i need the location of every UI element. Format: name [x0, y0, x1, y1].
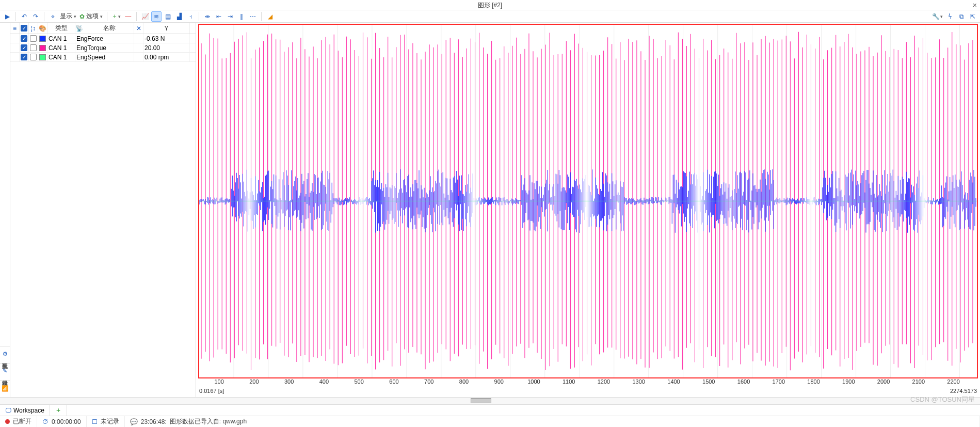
x-tick: 1000 [527, 378, 540, 385]
flash-icon[interactable]: ϟ [945, 11, 955, 22]
row-check2[interactable] [30, 35, 37, 42]
color-swatch[interactable] [39, 54, 46, 60]
chart-area-icon[interactable]: ▟ [174, 11, 184, 22]
separator [261, 12, 262, 21]
x-tick: 1400 [667, 378, 680, 385]
workspace-add[interactable]: ＋ [50, 405, 67, 416]
checkall-icon[interactable]: ✓ [21, 25, 27, 31]
row-check1[interactable]: ✓ [21, 44, 27, 51]
tools-icon[interactable]: 🔧▾ [931, 11, 944, 22]
status-message: 💬 23:06:48: 图形数据已导入自: qww.gph [125, 416, 980, 427]
status-msg-text: 图形数据已导入自: qww.gph [170, 417, 247, 426]
signal-row[interactable]: ✓CAN 1EngTorque20.00 [10, 43, 196, 53]
x-tick: 2000 [877, 378, 890, 385]
more-icon[interactable]: ⋯ [248, 11, 258, 22]
monitor-icon: 🖵 [5, 407, 11, 414]
redo-icon[interactable]: ↷ [30, 11, 41, 22]
window-title: 图形 [#2] [478, 2, 502, 9]
detach-icon[interactable]: ⧉ [956, 11, 967, 22]
x-axis: 1002003004005006007008009001000110012001… [198, 378, 978, 388]
export-icon[interactable]: ⇱ [968, 11, 978, 22]
sidetab-annotation[interactable]: ✎ 实时注释 [0, 363, 10, 380]
workspace-tab[interactable]: 🖵 Workspace [0, 405, 50, 416]
color-swatch[interactable] [39, 36, 46, 42]
row-y: 0.00 rpm [143, 53, 190, 61]
row-type: CAN 1 [47, 34, 75, 43]
cursor-next-icon[interactable]: ⇥ [225, 11, 235, 22]
sidetab-config[interactable]: ⚙ 配置项 [0, 346, 10, 363]
signal-table-header: ≡ ✓ ¦↕ 🎨 类型 📡名称 ✕ Y [10, 23, 196, 34]
display-label: 显示 [60, 12, 73, 21]
color-swatch[interactable] [39, 45, 46, 51]
chart-stacked-icon[interactable]: ≋ [151, 11, 162, 22]
signal-panel: ≡ ✓ ¦↕ 🎨 类型 📡名称 ✕ Y ✓CAN 1EngForce-0.63 … [10, 23, 196, 397]
separator [136, 12, 137, 21]
settings-icon[interactable]: ✕ [136, 25, 141, 32]
x-tick: 1100 [563, 378, 575, 385]
pencil-icon: ✎ [2, 368, 8, 374]
x-tick: 600 [389, 378, 398, 385]
separator [199, 12, 199, 21]
status-msg-time: 23:06:48: [141, 418, 167, 425]
zoom-target-icon[interactable]: ⌖ [47, 11, 58, 22]
watermark: CSDN @TOSUN同星 [910, 395, 975, 404]
x-axis-range: 0.0167 [s] 2274.5173 [198, 388, 978, 397]
x-tick: 1700 [773, 378, 785, 385]
x-tick: 2200 [947, 378, 959, 385]
row-name: EngTorque [75, 43, 134, 52]
x-tick: 500 [354, 378, 363, 385]
sidetab-signal[interactable]: 📶 信号 [0, 380, 10, 397]
h-scrollbar[interactable] [0, 397, 980, 404]
erase-icon[interactable]: ◢ [265, 11, 275, 22]
x-tick: 1300 [632, 378, 645, 385]
gear-icon: ⚙ [2, 351, 8, 357]
align-icon[interactable]: ⫞ [185, 11, 196, 22]
signal-icon: 📶 [2, 385, 8, 391]
play-icon[interactable]: ▶ [2, 11, 12, 22]
tune-icon[interactable]: ¦↕ [31, 25, 36, 32]
undo-icon[interactable]: ↶ [19, 11, 29, 22]
col-y: Y [143, 23, 190, 34]
x-tick: 1500 [702, 378, 715, 385]
cursor-prev-icon[interactable]: ⇤ [214, 11, 224, 22]
options-dropdown[interactable]: ✿ 选项▾ [78, 11, 104, 22]
plot-canvas[interactable] [198, 24, 978, 378]
x-tick: 900 [494, 378, 504, 385]
x-tick: 2100 [912, 378, 925, 385]
row-check2[interactable] [30, 54, 37, 60]
scrollbar-thumb[interactable] [471, 398, 491, 403]
status-bar: 已断开 ⏱ 0:00:00:00 ☐ 未记录 💬 23:06:48: 图形数据已… [0, 416, 980, 427]
titlebar: 图形 [#2] × [0, 0, 980, 10]
x-tick: 100 [214, 378, 223, 385]
chart-line-icon[interactable]: 📈 [140, 11, 150, 22]
status-conn-text: 已断开 [13, 417, 31, 426]
separator [15, 12, 16, 21]
row-check1[interactable]: ✓ [21, 54, 27, 60]
remove-icon[interactable]: — [123, 11, 133, 22]
chart-step-icon[interactable]: ▤ [163, 11, 173, 22]
comment-icon: 💬 [130, 418, 138, 425]
fit-width-icon[interactable]: ⇹ [202, 11, 213, 22]
pause-icon[interactable]: ‖ [236, 11, 247, 22]
x-tick: 800 [459, 378, 469, 385]
row-y: -0.63 N [143, 34, 190, 43]
x-tick: 400 [319, 378, 329, 385]
side-tabs: ⚙ 配置项 ✎ 实时注释 📶 信号 [0, 23, 10, 397]
x-tick: 300 [284, 378, 294, 385]
close-icon[interactable]: × [973, 0, 977, 10]
status-time: 0:00:00:00 [52, 418, 81, 425]
status-record: ☐ 未记录 [87, 416, 125, 427]
row-check2[interactable] [30, 44, 37, 51]
signal-row[interactable]: ✓CAN 1EngSpeed0.00 rpm [10, 53, 196, 62]
clock-icon: ⏱ [42, 418, 49, 425]
row-name: EngSpeed [75, 53, 134, 61]
palette-icon[interactable]: 🎨 [39, 25, 46, 32]
signal-row[interactable]: ✓CAN 1EngForce-0.63 N [10, 34, 196, 43]
status-dot-icon [5, 419, 10, 424]
x-tick: 1900 [842, 378, 855, 385]
status-timer: ⏱ 0:00:00:00 [37, 416, 87, 427]
add-icon[interactable]: ＋▾ [110, 11, 122, 22]
display-dropdown[interactable]: 显示▾ [59, 11, 77, 22]
row-check1[interactable]: ✓ [21, 35, 27, 42]
options-label: 选项 [86, 12, 100, 21]
